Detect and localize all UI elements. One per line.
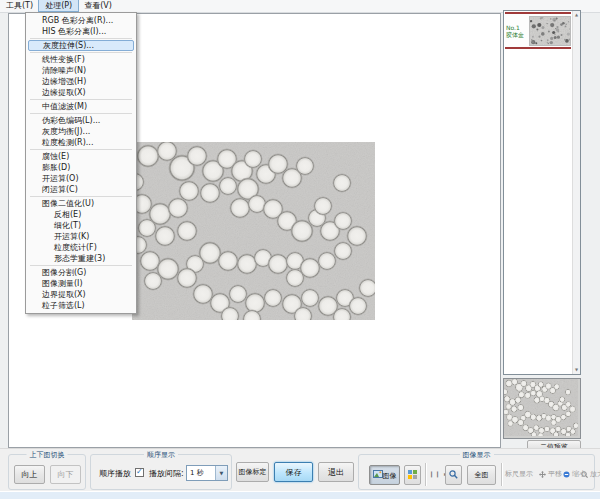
menu-item[interactable]: 粒子筛选(L): [26, 300, 136, 311]
nav-group: 上下图切换 向上 向下: [8, 454, 86, 490]
fit-view-button[interactable]: 全图: [467, 465, 496, 485]
menu-item[interactable]: 形态学重建(3): [26, 253, 136, 264]
pan-label[interactable]: 平移: [539, 469, 562, 479]
application-window: { "menubar": { "items": [ {"label": "工具(…: [0, 0, 600, 499]
preview-thumbnail: [504, 379, 578, 436]
specimen-photo: [132, 142, 375, 320]
menu-item[interactable]: 灰度均衡(J)...: [26, 126, 136, 137]
chevron-down-icon[interactable]: ▼: [215, 466, 227, 480]
menu-item[interactable]: 粒度统计(F): [26, 242, 136, 253]
loop-play-label: 顺序播放: [99, 468, 131, 479]
grid-view-button[interactable]: [404, 465, 421, 485]
menu-item[interactable]: 线性变换(F): [26, 54, 136, 65]
list-item-line1: No.1: [506, 24, 529, 31]
menubar-item[interactable]: 处理(P): [39, 0, 78, 11]
menubar-item[interactable]: 查看(V): [78, 0, 118, 11]
loop-play-checkbox[interactable]: ✓: [135, 468, 144, 477]
pan-icon: [539, 471, 546, 478]
next-image-button[interactable]: 向下: [50, 465, 81, 484]
calibrate-button[interactable]: 图像标定: [236, 462, 269, 482]
menu-item[interactable]: RGB 色彩分离(R)...: [26, 15, 136, 26]
window-bottom-edge: [0, 491, 600, 499]
menu-separator: [30, 99, 132, 100]
image-preview-panel: [503, 378, 581, 439]
image-list[interactable]: No.1 胶体金 ▲ ▼: [503, 10, 581, 375]
ruler-display-label[interactable]: 标尺显示: [505, 469, 533, 479]
menu-item[interactable]: 伪彩色编码(L)...: [26, 115, 136, 126]
menubar-item[interactable]: 工具(T): [0, 0, 39, 11]
menu-item[interactable]: 清除噪声(N): [26, 65, 136, 76]
menu-item[interactable]: 边缘提取(X): [26, 87, 136, 98]
interval-value: 1 秒: [190, 468, 204, 478]
magnifier-button[interactable]: [445, 465, 462, 485]
zoom-in-icon: [581, 471, 588, 478]
toolbar-separator: [425, 463, 427, 486]
menu-item[interactable]: 图像分割(G): [26, 267, 136, 278]
save-button[interactable]: 保存: [274, 462, 313, 482]
list-item-line2: 胶体金: [506, 31, 529, 38]
image-mode-label: 图像: [383, 472, 397, 480]
menu-item[interactable]: 中值滤波(M): [26, 101, 136, 112]
menu-item[interactable]: 细化(T): [26, 220, 136, 231]
menu-separator: [30, 196, 132, 197]
magnifier-icon: [449, 470, 458, 479]
menu-item[interactable]: 灰度拉伸(S)...: [28, 40, 134, 51]
check-icon: ✓: [136, 467, 143, 476]
list-item-label: No.1 胶体金: [505, 24, 529, 38]
playback-group: 顺序显示 顺序播放 ✓ 播放间隔: 1 秒 ▼: [90, 454, 232, 490]
menu-item[interactable]: 开运算(O): [26, 173, 136, 184]
picture-icon: [373, 470, 383, 478]
zoom-out-icon: [563, 471, 570, 478]
menu-item[interactable]: HIS 色彩分离(I)...: [26, 26, 136, 37]
toolbar-separator: [501, 463, 503, 486]
menu-item[interactable]: 图像测量(I): [26, 278, 136, 289]
menu-item[interactable]: 反相(E): [26, 209, 136, 220]
list-item-thumbnail: [529, 16, 571, 46]
zoom-in-label[interactable]: 放大: [581, 469, 600, 479]
menu-separator: [30, 113, 132, 114]
menu-item[interactable]: 图像二值化(U): [26, 198, 136, 209]
menu-item[interactable]: 腐蚀(E): [26, 151, 136, 162]
menu-item[interactable]: 边缘增强(H): [26, 76, 136, 87]
menu-item[interactable]: 粒度检测(R)...: [26, 137, 136, 148]
nav-group-label: 上下图切换: [27, 450, 68, 460]
interval-label: 播放间隔:: [149, 468, 184, 479]
interval-select[interactable]: 1 秒 ▼: [186, 465, 228, 481]
bottom-toolbar: 上下图切换 向上 向下 顺序显示 顺序播放 ✓ 播放间隔: 1 秒 ▼ 图像标定…: [0, 448, 600, 492]
display-group-label: 图像显示: [460, 450, 494, 460]
scroll-down-icon[interactable]: ▼: [573, 367, 580, 373]
menu-separator: [30, 52, 132, 53]
display-group: 图像显示 图像 ❙❙ ▸ 全图 标尺显示平移缩小放大: [358, 454, 595, 490]
menu-separator: [30, 265, 132, 266]
prev-image-button[interactable]: 向上: [14, 465, 45, 484]
image-mode-button[interactable]: 图像: [369, 465, 400, 485]
menu-item[interactable]: 边界提取(X): [26, 289, 136, 300]
menu-item[interactable]: 闭运算(C): [26, 184, 136, 195]
playback-group-label: 顺序显示: [144, 450, 178, 460]
menu-separator: [30, 149, 132, 150]
list-scrollbar[interactable]: ▲ ▼: [572, 11, 580, 374]
menu-separator: [30, 38, 132, 39]
menu-item[interactable]: 开运算(K): [26, 231, 136, 242]
scroll-up-icon[interactable]: ▲: [573, 12, 580, 18]
menu-item[interactable]: 膨胀(D): [26, 162, 136, 173]
exit-button[interactable]: 退出: [318, 462, 354, 482]
process-menu-dropdown: RGB 色彩分离(R)...HIS 色彩分离(I)...灰度拉伸(S)...线性…: [25, 12, 137, 314]
list-item-selected[interactable]: No.1 胶体金: [505, 12, 571, 49]
grid-icon: [408, 470, 417, 479]
